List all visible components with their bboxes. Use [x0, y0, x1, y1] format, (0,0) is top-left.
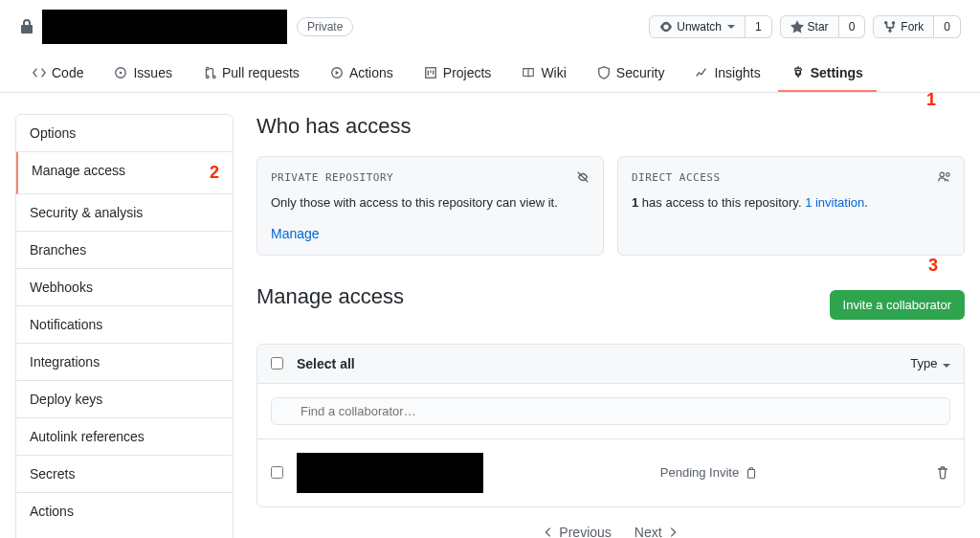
- collaborator-row: Pending Invite: [257, 439, 964, 506]
- next-page[interactable]: Next: [635, 525, 679, 539]
- fork-count: 0: [934, 15, 961, 38]
- caret-down-icon: [727, 25, 735, 29]
- find-collaborator-input[interactable]: [271, 397, 950, 425]
- projects-icon: [424, 66, 437, 79]
- shield-icon: [597, 66, 611, 79]
- fork-icon: [883, 20, 897, 34]
- select-all-checkbox[interactable]: [271, 357, 283, 370]
- tab-pull-requests[interactable]: Pull requests: [189, 56, 313, 92]
- svg-point-1: [120, 72, 122, 75]
- sidebar-item-integrations[interactable]: Integrations: [16, 344, 233, 381]
- tab-settings[interactable]: Settings: [778, 56, 877, 92]
- who-has-access-heading: Who has access: [256, 114, 965, 139]
- code-icon: [33, 66, 46, 79]
- sidebar-item-notifications[interactable]: Notifications: [16, 306, 233, 344]
- select-all-label: Select all: [297, 356, 355, 371]
- private-card-body: Only those with access to this repositor…: [271, 193, 590, 213]
- star-label: Star: [808, 20, 829, 34]
- unwatch-count: 1: [746, 15, 772, 38]
- direct-card-title: DIRECT ACCESS: [632, 171, 721, 184]
- tab-actions[interactable]: Actions: [317, 56, 407, 92]
- gear-icon: [791, 66, 805, 79]
- issues-icon: [114, 66, 127, 79]
- star-icon: [791, 20, 804, 34]
- svg-point-4: [940, 172, 944, 176]
- tab-insights[interactable]: Insights: [681, 56, 773, 92]
- collaborator-name-redacted: [297, 453, 483, 493]
- private-card-title: PRIVATE REPOSITORY: [271, 171, 393, 184]
- private-badge: Private: [297, 17, 353, 36]
- sidebar-item-webhooks[interactable]: Webhooks: [16, 269, 233, 306]
- tab-projects[interactable]: Projects: [411, 56, 505, 92]
- pagination: Previous Next: [256, 507, 965, 539]
- settings-sidebar: Options Manage access2 Security & analys…: [15, 114, 234, 538]
- manage-access-heading: Manage access: [256, 284, 404, 309]
- sidebar-item-options[interactable]: Options: [16, 115, 233, 152]
- chevron-left-icon: [542, 526, 555, 539]
- main-content: Who has access PRIVATE REPOSITORY Only t…: [256, 114, 965, 538]
- play-icon: [330, 66, 344, 79]
- tab-issues[interactable]: Issues: [100, 56, 185, 92]
- row-checkbox[interactable]: [271, 466, 283, 479]
- repo-header: Private Unwatch 1 Star 0 Fork 0: [0, 0, 980, 56]
- invitation-link[interactable]: 1 invitation: [805, 195, 864, 210]
- star-group[interactable]: Star 0: [780, 15, 866, 38]
- lock-icon: [19, 19, 34, 34]
- sidebar-item-autolink[interactable]: Autolink references: [16, 418, 233, 456]
- copy-icon[interactable]: [745, 466, 758, 480]
- fork-label: Fork: [901, 20, 924, 34]
- chevron-right-icon: [666, 526, 679, 539]
- callout-1: 1: [926, 90, 936, 110]
- direct-card-body: 1 has access to this repository. 1 invit…: [632, 193, 950, 213]
- repo-tabs: Code Issues Pull requests Actions Projec…: [0, 56, 980, 93]
- people-icon: [937, 170, 950, 184]
- sidebar-item-secrets[interactable]: Secrets: [16, 456, 233, 493]
- tab-wiki[interactable]: Wiki: [508, 56, 579, 92]
- pull-request-icon: [203, 66, 216, 79]
- collaborators-panel: Select all Type Pending Invite: [256, 344, 965, 507]
- sidebar-item-manage-access[interactable]: Manage access2: [16, 152, 233, 194]
- pending-invite-label: Pending Invite: [660, 465, 739, 480]
- callout-3: 3: [928, 256, 938, 276]
- sidebar-item-security[interactable]: Security & analysis: [16, 194, 233, 232]
- tab-code[interactable]: Code: [19, 56, 97, 92]
- private-repo-card: PRIVATE REPOSITORY Only those with acces…: [256, 156, 604, 256]
- previous-page[interactable]: Previous: [542, 525, 611, 539]
- repo-name-redacted: [42, 10, 287, 44]
- fork-group[interactable]: Fork 0: [873, 15, 961, 38]
- direct-access-card: DIRECT ACCESS 1 has access to this repos…: [617, 156, 965, 256]
- star-count: 0: [839, 15, 866, 38]
- svg-rect-6: [748, 469, 755, 478]
- tab-security[interactable]: Security: [584, 56, 679, 92]
- eye-closed-icon: [576, 170, 590, 184]
- sidebar-item-deploy-keys[interactable]: Deploy keys: [16, 381, 233, 418]
- caret-down-icon: [943, 364, 950, 368]
- unwatch-group[interactable]: Unwatch 1: [649, 15, 771, 38]
- book-icon: [522, 66, 535, 79]
- trash-icon[interactable]: [935, 465, 950, 481]
- unwatch-label: Unwatch: [677, 20, 722, 34]
- graph-icon: [695, 66, 708, 79]
- manage-link[interactable]: Manage: [271, 226, 590, 241]
- sidebar-item-actions[interactable]: Actions: [16, 493, 233, 529]
- sidebar-item-branches[interactable]: Branches: [16, 232, 233, 269]
- invite-collaborator-button[interactable]: Invite a collaborator: [830, 290, 965, 320]
- type-filter[interactable]: Type: [910, 356, 950, 370]
- eye-icon: [659, 20, 673, 34]
- callout-2: 2: [210, 163, 219, 183]
